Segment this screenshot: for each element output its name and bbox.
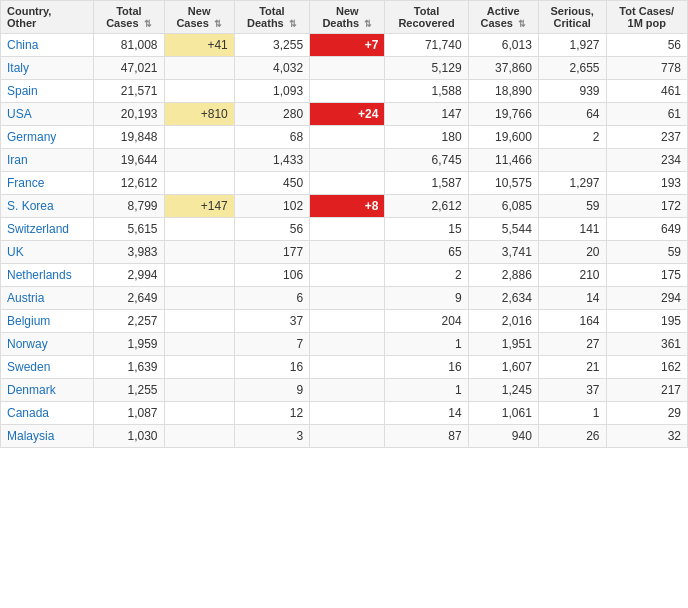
table-row: S. Korea8,799+147102+82,6126,08559172 xyxy=(1,195,688,218)
tot-per-1m-cell: 59 xyxy=(606,241,687,264)
total-cases-cell: 21,571 xyxy=(94,80,164,103)
total-cases-header[interactable]: TotalCases ⇅ xyxy=(94,1,164,34)
active-cases-header[interactable]: ActiveCases ⇅ xyxy=(468,1,538,34)
total-recovered-cell: 180 xyxy=(385,126,468,149)
total-cases-cell: 19,644 xyxy=(94,149,164,172)
total-deaths-cell: 37 xyxy=(234,310,309,333)
country-link[interactable]: Switzerland xyxy=(7,222,69,236)
total-deaths-cell: 102 xyxy=(234,195,309,218)
country-link[interactable]: Germany xyxy=(7,130,56,144)
tot-cases-1m-header[interactable]: Tot Cases/1M pop xyxy=(606,1,687,34)
country-link[interactable]: USA xyxy=(7,107,32,121)
total-cases-cell: 5,615 xyxy=(94,218,164,241)
serious-cell: 26 xyxy=(538,425,606,448)
country-link[interactable]: Spain xyxy=(7,84,38,98)
serious-cell: 2 xyxy=(538,126,606,149)
new-deaths-cell: +24 xyxy=(310,103,385,126)
sort-icon-active-cases: ⇅ xyxy=(518,19,526,29)
total-deaths-cell: 106 xyxy=(234,264,309,287)
total-cases-cell: 81,008 xyxy=(94,34,164,57)
active-cases-cell: 10,575 xyxy=(468,172,538,195)
serious-cell: 2,655 xyxy=(538,57,606,80)
new-cases-cell xyxy=(164,287,234,310)
total-recovered-cell: 1 xyxy=(385,379,468,402)
new-deaths-cell xyxy=(310,356,385,379)
sort-icon-new-cases: ⇅ xyxy=(214,19,222,29)
tot-per-1m-cell: 61 xyxy=(606,103,687,126)
active-cases-cell: 1,951 xyxy=(468,333,538,356)
country-link[interactable]: Iran xyxy=(7,153,28,167)
country-link[interactable]: UK xyxy=(7,245,24,259)
new-cases-cell xyxy=(164,264,234,287)
country-cell: Sweden xyxy=(1,356,94,379)
country-cell: UK xyxy=(1,241,94,264)
country-cell: France xyxy=(1,172,94,195)
total-deaths-cell: 280 xyxy=(234,103,309,126)
tot-per-1m-cell: 237 xyxy=(606,126,687,149)
total-deaths-cell: 450 xyxy=(234,172,309,195)
country-link[interactable]: Belgium xyxy=(7,314,50,328)
country-cell: Canada xyxy=(1,402,94,425)
new-deaths-header[interactable]: NewDeaths ⇅ xyxy=(310,1,385,34)
total-recovered-cell: 87 xyxy=(385,425,468,448)
table-row: Austria2,649692,63414294 xyxy=(1,287,688,310)
tot-per-1m-cell: 56 xyxy=(606,34,687,57)
country-cell: Denmark xyxy=(1,379,94,402)
total-cases-cell: 1,087 xyxy=(94,402,164,425)
total-cases-cell: 1,639 xyxy=(94,356,164,379)
country-header[interactable]: Country,Other xyxy=(1,1,94,34)
new-deaths-cell xyxy=(310,402,385,425)
tot-per-1m-cell: 234 xyxy=(606,149,687,172)
serious-critical-header[interactable]: Serious,Critical xyxy=(538,1,606,34)
total-deaths-cell: 6 xyxy=(234,287,309,310)
country-link[interactable]: Malaysia xyxy=(7,429,54,443)
country-link[interactable]: Canada xyxy=(7,406,49,420)
total-deaths-header[interactable]: TotalDeaths ⇅ xyxy=(234,1,309,34)
serious-cell: 20 xyxy=(538,241,606,264)
total-deaths-cell: 3,255 xyxy=(234,34,309,57)
new-deaths-cell xyxy=(310,126,385,149)
table-row: Germany19,8486818019,6002237 xyxy=(1,126,688,149)
new-deaths-cell xyxy=(310,425,385,448)
new-cases-cell xyxy=(164,172,234,195)
tot-per-1m-cell: 193 xyxy=(606,172,687,195)
new-cases-header[interactable]: NewCases ⇅ xyxy=(164,1,234,34)
table-row: Spain21,5711,0931,58818,890939461 xyxy=(1,80,688,103)
total-deaths-cell: 9 xyxy=(234,379,309,402)
table-row: China81,008+413,255+771,7406,0131,92756 xyxy=(1,34,688,57)
country-link[interactable]: Netherlands xyxy=(7,268,72,282)
country-link[interactable]: China xyxy=(7,38,38,52)
tot-per-1m-cell: 649 xyxy=(606,218,687,241)
country-cell: Netherlands xyxy=(1,264,94,287)
new-deaths-cell: +8 xyxy=(310,195,385,218)
new-deaths-cell xyxy=(310,264,385,287)
total-deaths-cell: 56 xyxy=(234,218,309,241)
active-cases-cell: 6,085 xyxy=(468,195,538,218)
country-link[interactable]: Italy xyxy=(7,61,29,75)
table-row: USA20,193+810280+2414719,7666461 xyxy=(1,103,688,126)
country-link[interactable]: Norway xyxy=(7,337,48,351)
serious-cell: 164 xyxy=(538,310,606,333)
new-deaths-cell xyxy=(310,172,385,195)
active-cases-cell: 19,600 xyxy=(468,126,538,149)
country-link[interactable]: Austria xyxy=(7,291,44,305)
serious-cell: 64 xyxy=(538,103,606,126)
new-cases-cell xyxy=(164,57,234,80)
serious-cell: 1,297 xyxy=(538,172,606,195)
total-recovered-header[interactable]: TotalRecovered xyxy=(385,1,468,34)
total-recovered-cell: 9 xyxy=(385,287,468,310)
country-link[interactable]: S. Korea xyxy=(7,199,54,213)
country-link[interactable]: France xyxy=(7,176,44,190)
total-deaths-cell: 177 xyxy=(234,241,309,264)
total-recovered-cell: 65 xyxy=(385,241,468,264)
total-deaths-cell: 7 xyxy=(234,333,309,356)
total-recovered-cell: 15 xyxy=(385,218,468,241)
serious-cell: 27 xyxy=(538,333,606,356)
country-link[interactable]: Denmark xyxy=(7,383,56,397)
country-link[interactable]: Sweden xyxy=(7,360,50,374)
table-row: Canada1,08712141,061129 xyxy=(1,402,688,425)
country-cell: Spain xyxy=(1,80,94,103)
new-cases-cell xyxy=(164,310,234,333)
total-deaths-cell: 1,093 xyxy=(234,80,309,103)
total-cases-cell: 20,193 xyxy=(94,103,164,126)
